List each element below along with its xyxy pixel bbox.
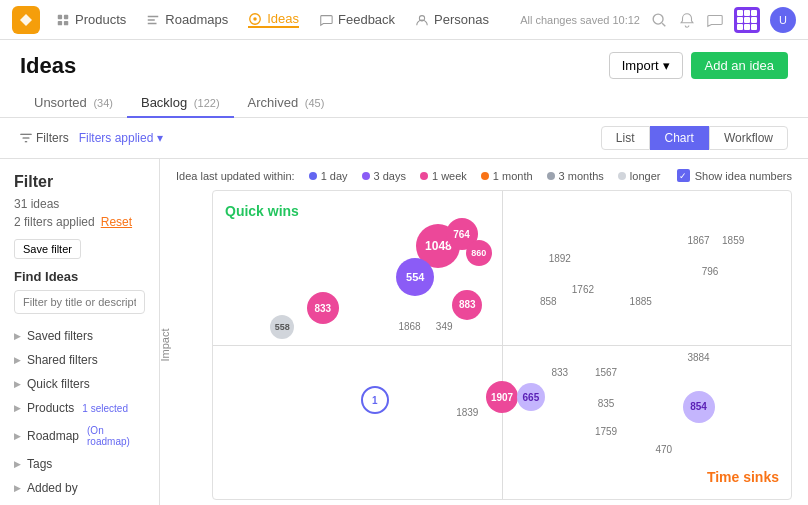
bubble-554[interactable]: 554 (396, 258, 434, 296)
svg-rect-4 (64, 20, 68, 24)
user-avatar[interactable]: U (770, 7, 796, 33)
chart-legend: Idea last updated within: 1 day 3 days 1… (176, 169, 792, 182)
save-status: All changes saved 10:12 (520, 14, 640, 26)
chevron-right-icon: ▶ (14, 379, 21, 389)
add-idea-button[interactable]: Add an idea (691, 52, 788, 79)
legend-1day: 1 day (309, 170, 348, 182)
sidebar-item-roadmap[interactable]: ▶ Roadmap (On roadmap) (14, 420, 145, 452)
main-content: Filter 31 ideas 2 filters applied Reset … (0, 159, 808, 505)
bubble-558[interactable]: 558 (270, 315, 294, 339)
legend-dot-3days (362, 172, 370, 180)
chart-wrapper: Impact Quick wins Time sinks 1048 764 86… (176, 190, 792, 500)
bubble-1867[interactable]: 1867 (685, 226, 713, 254)
svg-rect-2 (64, 14, 68, 18)
bubble-1907[interactable]: 1907 (486, 381, 518, 413)
view-chart-button[interactable]: Chart (650, 126, 709, 150)
sidebar-item-added-by[interactable]: ▶ Added by (14, 476, 145, 500)
bubble-854[interactable]: 854 (683, 391, 715, 423)
legend-dot-1day (309, 172, 317, 180)
bubble-1859[interactable]: 1859 (719, 226, 747, 254)
bubble-1762[interactable]: 1762 (569, 276, 597, 304)
legend-dot-1week (420, 172, 428, 180)
svg-rect-1 (58, 14, 62, 18)
view-list-button[interactable]: List (601, 126, 650, 150)
chevron-right-icon: ▶ (14, 431, 21, 441)
chart-area: Idea last updated within: 1 day 3 days 1… (160, 159, 808, 505)
sidebar-title: Filter (14, 173, 145, 191)
bubble-796[interactable]: 796 (696, 257, 724, 285)
bubble-349[interactable]: 349 (430, 313, 458, 341)
bubble-833b[interactable]: 833 (546, 359, 574, 387)
bubble-1759[interactable]: 1759 (592, 417, 620, 445)
legend-1month: 1 month (481, 170, 533, 182)
legend-longer: longer (618, 170, 661, 182)
bubble-470[interactable]: 470 (650, 436, 678, 464)
import-button[interactable]: Import ▾ (609, 52, 683, 79)
legend-1week: 1 week (420, 170, 467, 182)
legend-3days: 3 days (362, 170, 406, 182)
nav-roadmaps[interactable]: Roadmaps (146, 12, 228, 27)
header-actions: Import ▾ Add an idea (609, 52, 788, 79)
legend-dot-longer (618, 172, 626, 180)
y-axis-label: Impact (160, 328, 171, 361)
view-switcher: List Chart Workflow (601, 126, 788, 150)
save-filter-button[interactable]: Save filter (14, 239, 81, 259)
legend-dot-1month (481, 172, 489, 180)
toolbar-left: Filters Filters applied ▾ (20, 131, 163, 145)
topnav: Products Roadmaps Ideas Feedback Persona… (0, 0, 808, 40)
find-ideas-label: Find Ideas (14, 269, 145, 284)
nav-personas[interactable]: Personas (415, 12, 489, 27)
page-title: Ideas (20, 53, 76, 79)
bubble-860[interactable]: 860 (466, 240, 492, 266)
time-sinks-label: Time sinks (707, 469, 779, 485)
svg-rect-3 (58, 20, 62, 24)
filters-applied-badge[interactable]: Filters applied ▾ (79, 131, 164, 145)
tab-archived[interactable]: Archived (45) (234, 89, 339, 118)
filter-icon (20, 132, 32, 144)
sidebar-item-saved-filters[interactable]: ▶ Saved filters (14, 324, 145, 348)
bubble-1839[interactable]: 1839 (453, 399, 481, 427)
bell-icon[interactable] (678, 11, 696, 29)
tab-unsorted[interactable]: Unsorted (34) (20, 89, 127, 118)
sidebar-item-quick-filters[interactable]: ▶ Quick filters (14, 372, 145, 396)
logo[interactable] (12, 6, 40, 34)
nav-products[interactable]: Products (56, 12, 126, 27)
sidebar: Filter 31 ideas 2 filters applied Reset … (0, 159, 160, 505)
reset-filters-link[interactable]: Reset (101, 215, 132, 229)
sidebar-item-shared-filters[interactable]: ▶ Shared filters (14, 348, 145, 372)
sidebar-item-owners[interactable]: ▶ Owners (14, 500, 145, 505)
page-header: Ideas Import ▾ Add an idea Unsorted (34)… (0, 40, 808, 118)
sidebar-item-products[interactable]: ▶ Products 1 selected (14, 396, 145, 420)
bubble-1[interactable]: 1 (361, 386, 389, 414)
bubble-665[interactable]: 665 (517, 383, 545, 411)
topnav-items: Products Roadmaps Ideas Feedback Persona… (56, 11, 520, 28)
sidebar-item-tags[interactable]: ▶ Tags (14, 452, 145, 476)
find-ideas-input[interactable] (14, 290, 145, 314)
chevron-right-icon: ▶ (14, 483, 21, 493)
legend-3months: 3 months (547, 170, 604, 182)
search-icon[interactable] (650, 11, 668, 29)
bubble-3884[interactable]: 3884 (685, 343, 713, 371)
page-tabs: Unsorted (34) Backlog (122) Archived (45… (20, 89, 788, 117)
chat-icon[interactable] (706, 11, 724, 29)
quick-wins-label: Quick wins (225, 203, 299, 219)
bubble-833[interactable]: 833 (307, 292, 339, 324)
bubble-1567[interactable]: 1567 (592, 359, 620, 387)
topnav-right: All changes saved 10:12 U (520, 7, 796, 33)
show-numbers-checkbox[interactable] (677, 169, 690, 182)
bubble-1868[interactable]: 1868 (396, 313, 424, 341)
chevron-right-icon: ▶ (14, 459, 21, 469)
tab-backlog[interactable]: Backlog (122) (127, 89, 234, 118)
bubble-1892[interactable]: 1892 (546, 245, 574, 273)
chevron-right-icon: ▶ (14, 403, 21, 413)
filters-toggle[interactable]: Filters (20, 131, 69, 145)
svg-point-8 (653, 14, 663, 24)
view-workflow-button[interactable]: Workflow (709, 126, 788, 150)
bubble-858[interactable]: 858 (534, 288, 562, 316)
team-avatar[interactable] (734, 7, 760, 33)
nav-feedback[interactable]: Feedback (319, 12, 395, 27)
bubble-835[interactable]: 835 (592, 390, 620, 418)
nav-ideas[interactable]: Ideas (248, 11, 299, 28)
bubble-1885[interactable]: 1885 (627, 288, 655, 316)
bubble-883[interactable]: 883 (452, 290, 482, 320)
